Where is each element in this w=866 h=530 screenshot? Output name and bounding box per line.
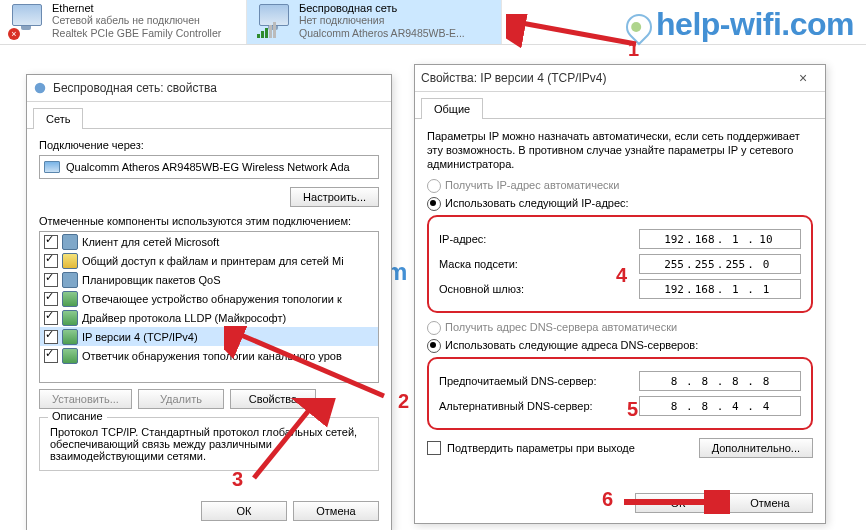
window-title: Свойства: IP версии 4 (TCP/IPv4) [421, 71, 607, 85]
description-group: Описание Протокол TCP/IP. Стандартный пр… [39, 417, 379, 471]
radio-auto-dns [427, 321, 441, 335]
install-button[interactable]: Установить... [39, 389, 132, 409]
use-ip-label: Использовать следующий IP-адрес: [445, 197, 629, 209]
mask-label: Маска подсети: [439, 258, 639, 270]
callout-1: 1 [628, 38, 639, 61]
description-text: Протокол TCP/IP. Стандартный протокол гл… [50, 426, 368, 462]
radio-auto-ip[interactable] [427, 179, 441, 193]
ethernet-item[interactable]: × Ethernet Сетевой кабель не подключен R… [0, 0, 247, 44]
ipv4-icon [62, 329, 78, 345]
tab-network[interactable]: Сеть [33, 108, 83, 129]
use-dns-label: Использовать следующие адреса DNS-сервер… [445, 339, 698, 351]
share-icon [62, 253, 78, 269]
checkbox[interactable] [44, 311, 58, 325]
titlebar[interactable]: Беспроводная сеть: свойства [27, 75, 391, 102]
description-title: Описание [48, 410, 107, 422]
svg-point-0 [35, 83, 46, 94]
responder-icon [62, 348, 78, 364]
validate-label: Подтвердить параметры при выходе [447, 442, 635, 454]
watermark-logo: help-wifi.com [626, 6, 854, 43]
list-item: Планировщик пакетов QoS [40, 270, 378, 289]
ethernet-title: Ethernet [52, 2, 221, 14]
tabstrip: Общие [415, 92, 825, 119]
qos-icon [62, 272, 78, 288]
ok-button[interactable]: ОК [635, 493, 721, 513]
checkbox[interactable] [44, 273, 58, 287]
wifi-status: Нет подключения [299, 14, 465, 27]
properties-button[interactable]: Свойства [230, 389, 316, 409]
adapter-name: Qualcomm Atheros AR9485WB-EG Wireless Ne… [66, 161, 350, 173]
tab-general[interactable]: Общие [421, 98, 483, 119]
list-item-ipv4: IP версии 4 (TCP/IPv4) [40, 327, 378, 346]
radio-use-ip[interactable] [427, 197, 441, 211]
validate-checkbox[interactable] [427, 441, 441, 455]
ipv4-intro-text: Параметры IP можно назначать автоматичес… [427, 129, 813, 171]
ethernet-icon: × [8, 2, 46, 40]
callout-2: 2 [398, 390, 409, 413]
auto-ip-label: Получить IP-адрес автоматически [445, 179, 619, 191]
titlebar[interactable]: Свойства: IP версии 4 (TCP/IPv4) × [415, 65, 825, 92]
gw-label: Основной шлюз: [439, 283, 639, 295]
topology-icon [62, 291, 78, 307]
tabstrip: Сеть [27, 102, 391, 129]
list-item: Ответчик обнаружения топологии канальног… [40, 346, 378, 365]
dns2-label: Альтернативный DNS-сервер: [439, 400, 639, 412]
configure-button[interactable]: Настроить... [290, 187, 379, 207]
checkbox[interactable] [44, 235, 58, 249]
window-title: Беспроводная сеть: свойства [53, 81, 217, 95]
wifi-adapter: Qualcomm Atheros AR9485WB-E... [299, 27, 465, 40]
ok-button[interactable]: ОК [201, 501, 287, 521]
callout-5: 5 [627, 398, 638, 421]
list-item: Отвечающее устройство обнаружения тополо… [40, 289, 378, 308]
wifi-props-icon [33, 81, 47, 95]
wifi-title: Беспроводная сеть [299, 2, 465, 14]
ip-input[interactable]: 192.168.1.10 [639, 229, 801, 249]
lldp-icon [62, 310, 78, 326]
components-label: Отмеченные компоненты используются этим … [39, 215, 379, 227]
advanced-button[interactable]: Дополнительно... [699, 438, 813, 458]
close-icon[interactable]: × [787, 70, 819, 86]
cancel-button[interactable]: Отмена [293, 501, 379, 521]
adapter-card-icon [44, 161, 60, 173]
ip-label: IP-адрес: [439, 233, 639, 245]
adapter-combo[interactable]: Qualcomm Atheros AR9485WB-EG Wireless Ne… [39, 155, 379, 179]
dns-group: Предпочитаемый DNS-сервер: 8.8.8.8 Альте… [427, 357, 813, 430]
checkbox[interactable] [44, 254, 58, 268]
dns1-input[interactable]: 8.8.8.8 [639, 371, 801, 391]
dns2-input[interactable]: 8.8.4.4 [639, 396, 801, 416]
signal-bars-icon [257, 22, 276, 38]
disconnected-x-icon: × [8, 28, 20, 40]
checkbox[interactable] [44, 330, 58, 344]
mask-input[interactable]: 255.255.255.0 [639, 254, 801, 274]
radio-use-dns[interactable] [427, 339, 441, 353]
wifi-icon [255, 2, 293, 40]
ethernet-status: Сетевой кабель не подключен [52, 14, 221, 27]
callout-6: 6 [602, 488, 613, 511]
components-list[interactable]: Клиент для сетей Microsoft Общий доступ … [39, 231, 379, 383]
remove-button[interactable]: Удалить [138, 389, 224, 409]
adapter-properties-window: Беспроводная сеть: свойства Сеть Подключ… [26, 74, 392, 530]
auto-dns-label: Получить адрес DNS-сервера автоматически [445, 321, 677, 333]
checkbox[interactable] [44, 349, 58, 363]
gw-input[interactable]: 192.168.1.1 [639, 279, 801, 299]
callout-3: 3 [232, 468, 243, 491]
ipv4-properties-window: Свойства: IP версии 4 (TCP/IPv4) × Общие… [414, 64, 826, 524]
cancel-button[interactable]: Отмена [727, 493, 813, 513]
list-item: Клиент для сетей Microsoft [40, 232, 378, 251]
checkbox[interactable] [44, 292, 58, 306]
connect-via-label: Подключение через: [39, 139, 379, 151]
dns1-label: Предпочитаемый DNS-сервер: [439, 375, 639, 387]
client-icon [62, 234, 78, 250]
callout-4: 4 [616, 264, 627, 287]
wifi-item[interactable]: Беспроводная сеть Нет подключения Qualco… [247, 0, 502, 44]
ethernet-adapter: Realtek PCIe GBE Family Controller [52, 27, 221, 40]
list-item: Драйвер протокола LLDP (Майкрософт) [40, 308, 378, 327]
list-item: Общий доступ к файлам и принтерам для се… [40, 251, 378, 270]
